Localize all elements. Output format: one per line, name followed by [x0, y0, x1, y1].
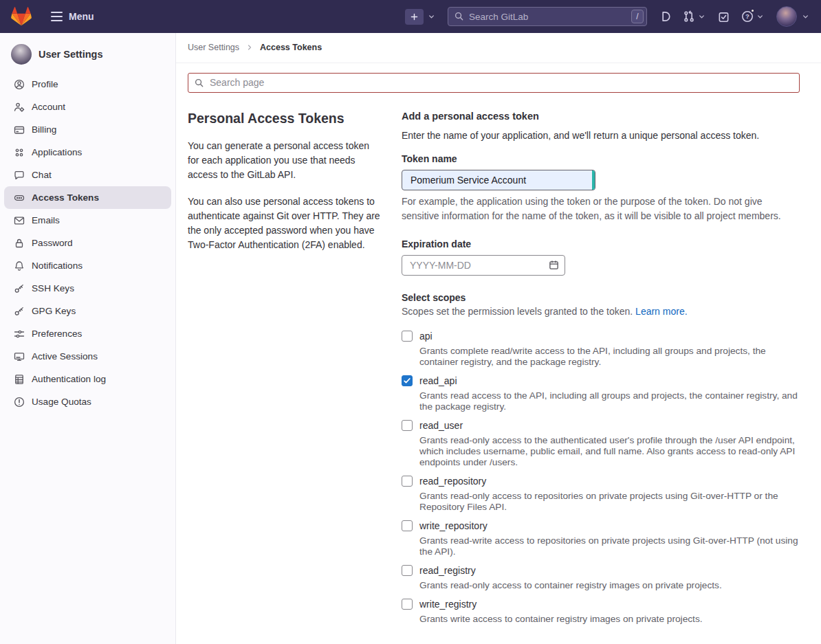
sidebar-item-authentication-log[interactable]: Authentication log — [4, 368, 171, 390]
scope-checkbox-read_registry[interactable] — [402, 565, 413, 576]
user-avatar — [776, 6, 797, 27]
sidebar-item-label: SSH Keys — [32, 283, 74, 293]
scopes-description-text: Scopes set the permission levels granted… — [402, 306, 633, 317]
scope-checkbox-read_api[interactable] — [402, 375, 413, 386]
scope-name[interactable]: api — [419, 329, 800, 343]
svg-text:?: ? — [745, 12, 749, 20]
issues-icon — [659, 10, 671, 23]
sidebar-item-label: Billing — [32, 124, 56, 135]
scope-checkbox-write_registry[interactable] — [402, 599, 413, 610]
issues-button[interactable] — [659, 10, 671, 23]
chat-icon — [14, 170, 25, 181]
sidebar-header: User Settings — [0, 40, 175, 73]
access-tokens-icon — [14, 192, 25, 203]
calendar-icon[interactable] — [549, 260, 559, 270]
scope-checkbox-read_user[interactable] — [402, 420, 413, 431]
plus-icon — [405, 9, 424, 25]
sidebar-item-label: Authentication log — [32, 374, 106, 384]
page-search-input[interactable] — [188, 73, 800, 93]
scope-row-write_registry: write_registryGrants write access to con… — [402, 597, 800, 625]
merge-request-icon — [683, 10, 695, 23]
scope-row-read_repository: read_repositoryGrants read-only access t… — [402, 474, 800, 513]
scope-row-read_user: read_userGrants read-only access to the … — [402, 419, 800, 468]
ssh-keys-icon — [14, 283, 25, 294]
scope-description: Grants read-only access to the authentic… — [419, 435, 800, 468]
scope-row-read_api: read_apiGrants read access to the API, i… — [402, 374, 800, 412]
scope-name[interactable]: read_repository — [419, 474, 800, 488]
expiration-date-input[interactable] — [402, 255, 565, 276]
todos-button[interactable] — [718, 11, 730, 23]
breadcrumb-current: Access Tokens — [260, 43, 322, 52]
learn-more-link[interactable]: Learn more. — [635, 306, 687, 317]
breadcrumb-parent[interactable]: User Settings — [188, 43, 239, 52]
chevron-down-icon — [756, 12, 765, 21]
sidebar-item-usage-quotas[interactable]: Usage Quotas — [4, 390, 171, 413]
menu-button[interactable]: Menu — [47, 8, 98, 25]
sidebar-title: User Settings — [39, 49, 102, 60]
sidebar-item-label: Access Tokens — [32, 192, 99, 203]
search-shortcut-key: / — [631, 10, 644, 23]
chevron-down-icon — [697, 12, 706, 21]
scope-name[interactable]: write_registry — [419, 597, 703, 611]
sidebar-item-label: Password — [32, 238, 73, 248]
sidebar-item-label: Applications — [32, 147, 82, 157]
global-search: / — [448, 7, 647, 26]
hamburger-icon — [51, 12, 63, 21]
menu-label: Menu — [69, 11, 94, 22]
scope-description: Grants read-only access to repositories … — [419, 491, 800, 513]
help-dropdown[interactable]: ? — [741, 10, 765, 23]
chevron-down-icon — [801, 12, 810, 21]
notifications-icon — [14, 260, 25, 271]
token-name-label: Token name — [402, 153, 800, 164]
sidebar-item-label: Account — [32, 102, 65, 112]
search-input[interactable] — [448, 7, 647, 26]
sidebar-item-billing[interactable]: Billing — [4, 118, 171, 141]
scope-name[interactable]: read_registry — [419, 564, 722, 577]
sidebar-item-notifications[interactable]: Notifications — [4, 254, 171, 277]
scope-name[interactable]: write_repository — [419, 519, 800, 533]
form-section-description: Enter the name of your application, and … — [402, 130, 800, 141]
sidebar-item-password[interactable]: Password — [4, 232, 171, 254]
sidebar-item-gpg-keys[interactable]: GPG Keys — [4, 300, 171, 322]
token-name-field — [402, 170, 595, 190]
sidebar-item-active-sessions[interactable]: Active Sessions — [4, 345, 171, 368]
sidebar-item-emails[interactable]: Emails — [4, 209, 171, 232]
notification-dot — [750, 8, 755, 13]
scope-row-api: apiGrants complete read/write access to … — [402, 329, 800, 368]
merge-requests-dropdown[interactable] — [683, 10, 706, 23]
scope-checkbox-read_repository[interactable] — [402, 476, 413, 487]
page-description: You can also use personal access tokens … — [188, 195, 382, 252]
sidebar-item-access-tokens[interactable]: Access Tokens — [4, 186, 171, 209]
scope-row-read_registry: read_registryGrants read-only access to … — [402, 564, 800, 591]
sidebar-item-applications[interactable]: Applications — [4, 141, 171, 164]
sidebar-item-label: Notifications — [32, 260, 83, 271]
scopes-list: apiGrants complete read/write access to … — [402, 329, 800, 625]
scope-row-write_repository: write_repositoryGrants read-write access… — [402, 519, 800, 557]
token-name-help: For example, the application using the t… — [402, 195, 800, 223]
gpg-keys-icon — [14, 306, 25, 317]
sidebar-item-chat[interactable]: Chat — [4, 164, 171, 186]
scope-description: Grants read-only access to container reg… — [419, 580, 722, 591]
sidebar-item-label: Usage Quotas — [32, 397, 91, 407]
user-menu-dropdown[interactable] — [776, 6, 810, 27]
form-section-title: Add a personal access token — [402, 111, 800, 122]
sidebar-item-label: GPG Keys — [32, 306, 76, 316]
token-name-input[interactable] — [402, 170, 595, 190]
scope-name[interactable]: read_user — [419, 419, 800, 432]
scope-checkbox-write_repository[interactable] — [402, 520, 413, 531]
scope-name[interactable]: read_api — [419, 374, 800, 388]
emails-icon — [14, 215, 25, 226]
sidebar-item-account[interactable]: Account — [4, 96, 171, 118]
sidebar-item-preferences[interactable]: Preferences — [4, 322, 171, 345]
sidebar-item-label: Preferences — [32, 329, 82, 339]
usage-quotas-icon — [14, 397, 25, 408]
sidebar-item-profile[interactable]: Profile — [4, 73, 171, 96]
sidebar-item-label: Emails — [32, 215, 60, 225]
page-title: Personal Access Tokens — [188, 111, 382, 126]
new-item-dropdown[interactable] — [405, 9, 436, 25]
preferences-icon — [14, 329, 25, 340]
gitlab-logo-icon[interactable] — [11, 6, 32, 27]
account-icon — [14, 102, 25, 113]
sidebar-item-ssh-keys[interactable]: SSH Keys — [4, 277, 171, 300]
scope-checkbox-api[interactable] — [402, 331, 413, 342]
